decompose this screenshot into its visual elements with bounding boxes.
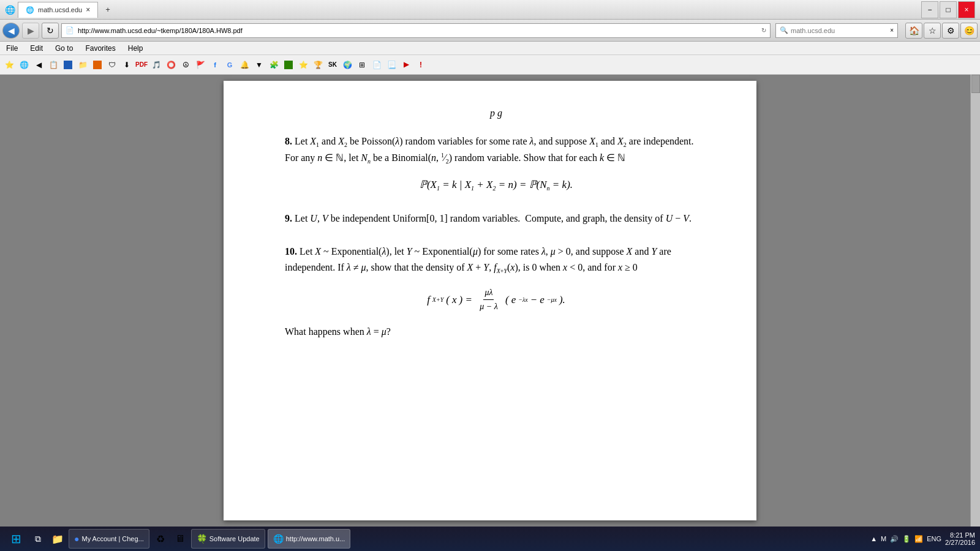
favorites-button[interactable]: ☆ — [924, 23, 941, 39]
close-tab-button[interactable]: × — [86, 6, 90, 14]
file-explorer-icon: 📁 — [51, 533, 64, 545]
peace-icon: ☮ — [183, 61, 189, 69]
toolbar: ⭐ 🌐 ◀ 📋 📁 🛡 ⬇ PDF 🎵 ⭕ ☮ 🚩 f G 🔔 ▼ 🧩 ⭐ 🏆 … — [0, 55, 980, 75]
doc2-icon: 📄 — [372, 61, 382, 69]
star-toolbar-icon: ⭐ — [5, 61, 14, 69]
file-menu[interactable]: File — [2, 43, 21, 54]
edit-menu[interactable]: Edit — [26, 43, 47, 54]
back-icon: ◀ — [8, 26, 15, 36]
start-button[interactable]: ⊞ — [5, 529, 27, 549]
toolbar-icon-3[interactable]: ◀ — [32, 58, 45, 72]
volume-icon[interactable]: 🔊 — [890, 535, 899, 543]
toolbar-icon-26[interactable]: 📄 — [370, 58, 383, 72]
page-favicon: 📄 — [66, 26, 74, 34]
clock[interactable]: 8:21 PM 2/27/2016 — [945, 531, 975, 546]
problem-9: 9. Let U, V be independent Uniform[0, 1]… — [285, 211, 707, 227]
scroll-thumb[interactable] — [971, 75, 980, 93]
shield-icon: 🛡 — [108, 61, 116, 69]
toolbar-icon-10[interactable]: PDF — [135, 58, 148, 72]
toolbar-icon-11[interactable]: 🎵 — [149, 58, 163, 72]
browser-icon: 🌐 — [5, 5, 15, 15]
settings-button[interactable]: ⚙ — [942, 23, 959, 39]
recycle-btn[interactable]: ♻ — [152, 530, 169, 547]
puzzle-icon: 🧩 — [270, 61, 279, 69]
back-button[interactable]: ◀ — [2, 23, 20, 39]
toolbar-icon-18[interactable]: ▼ — [252, 58, 266, 72]
forward-icon: ▶ — [28, 26, 34, 36]
toolbar-icon-1[interactable]: ⭐ — [2, 58, 16, 72]
grid-icon: ⊞ — [359, 61, 365, 69]
time-display: 8:21 PM — [945, 531, 975, 539]
start-icon: ⊞ — [11, 531, 21, 546]
chrome-taskbar-btn[interactable]: ● My Account | Cheg... — [69, 529, 149, 549]
content-area[interactable]: p g 8. Let X1 and X2 be Poisson(λ) rando… — [0, 75, 980, 527]
math-url-label: http://www.math.u... — [286, 535, 345, 542]
search-input[interactable] — [791, 27, 888, 34]
battery-icon: 🔋 — [902, 535, 911, 543]
toolbar-icon-21[interactable]: ⭐ — [296, 58, 310, 72]
toolbar-icon-8[interactable]: 🛡 — [105, 58, 119, 72]
url-input[interactable] — [78, 27, 758, 34]
software-update-btn[interactable]: 🍀 Software Update — [191, 529, 265, 549]
toolbar-icon-6[interactable]: 📁 — [76, 58, 89, 72]
close-button[interactable]: × — [958, 1, 975, 18]
toolbar-icon-2[interactable]: 🌐 — [17, 58, 31, 72]
up-arrow-icon[interactable]: ▲ — [870, 535, 877, 542]
toolbar-icon-15[interactable]: f — [208, 58, 222, 72]
flag-icon: 🚩 — [196, 61, 205, 69]
toolbar-icon-23[interactable]: SK — [326, 58, 339, 72]
recycle-icon: ♻ — [156, 533, 165, 545]
toolbar-icon-5[interactable] — [61, 58, 75, 72]
toolbar-icon-24[interactable]: 🌍 — [341, 58, 354, 72]
file-explorer-button[interactable]: 📁 — [49, 530, 66, 547]
search-icon: 🔍 — [780, 26, 788, 34]
task-view-button[interactable]: ⧉ — [29, 530, 47, 547]
forward-button[interactable]: ▶ — [22, 23, 39, 39]
toolbar-icon-20[interactable] — [282, 58, 295, 72]
tab-favicon: 🌐 — [26, 6, 34, 14]
toolbar-icon-12[interactable]: ⭕ — [164, 58, 178, 72]
toolbar-icon-19[interactable]: 🧩 — [267, 58, 281, 72]
problem-9-text: 9. Let U, V be independent Uniform[0, 1]… — [285, 211, 707, 227]
refresh-button[interactable]: ↻ — [42, 23, 59, 39]
toolbar-icon-17[interactable]: 🔔 — [238, 58, 251, 72]
page-num-text: p g — [490, 108, 502, 118]
toolbar-icon-28[interactable]: ▶ — [399, 58, 413, 72]
goto-menu[interactable]: Go to — [51, 43, 77, 54]
nav-right-buttons: 🏠 ☆ ⚙ 😊 — [905, 23, 978, 39]
help-menu[interactable]: Help — [124, 43, 147, 54]
address-bar[interactable]: 📄 ↻ — [61, 23, 771, 38]
smiley-button[interactable]: 😊 — [960, 23, 978, 39]
toolbar-icon-9[interactable]: ⬇ — [120, 58, 134, 72]
down-arrow-icon: ▼ — [255, 61, 263, 69]
monitor-btn[interactable]: 🖥 — [172, 530, 189, 547]
smiley-icon: 😊 — [964, 26, 974, 36]
minimize-button[interactable]: − — [921, 1, 938, 18]
math-url-btn[interactable]: 🌐 http://www.math.u... — [268, 529, 351, 549]
toolbar-icon-4[interactable]: 📋 — [47, 58, 60, 72]
home-button[interactable]: 🏠 — [905, 23, 922, 39]
software-update-label: Software Update — [209, 535, 260, 542]
nav-bar: ◀ ▶ ↻ 📄 ↻ 🔍 × 🏠 ☆ ⚙ 😊 — [0, 20, 980, 42]
search-box[interactable]: 🔍 × — [775, 23, 898, 38]
problem-10: 10. Let X ~ Exponential(λ), let Y ~ Expo… — [285, 244, 707, 339]
orange-square-icon — [93, 61, 102, 69]
star-icon: ☆ — [929, 26, 937, 36]
scrollbar[interactable] — [970, 75, 980, 527]
toolbar-icon-25[interactable]: ⊞ — [355, 58, 369, 72]
new-tab-button[interactable]: + — [100, 2, 115, 17]
monitor-icon: 🖥 — [175, 533, 185, 544]
toolbar-icon-14[interactable]: 🚩 — [194, 58, 207, 72]
toolbar-icon-29[interactable]: ! — [414, 58, 428, 72]
toolbar-icon-22[interactable]: 🏆 — [311, 58, 325, 72]
toolbar-icon-13[interactable]: ☮ — [179, 58, 192, 72]
close-search-icon[interactable]: × — [890, 27, 894, 34]
toolbar-icon-7[interactable] — [91, 58, 104, 72]
problem-10-formula: fX+Y(x) = μλ μ − λ (e−λx − e−μx). — [285, 286, 707, 314]
pdf-icon: PDF — [135, 61, 148, 68]
toolbar-icon-16[interactable]: G — [223, 58, 236, 72]
toolbar-icon-27[interactable]: 📃 — [385, 58, 398, 72]
menu-bar: File Edit Go to Favorites Help — [0, 42, 980, 55]
favorites-menu[interactable]: Favorites — [81, 43, 119, 54]
maximize-button[interactable]: □ — [940, 1, 957, 18]
